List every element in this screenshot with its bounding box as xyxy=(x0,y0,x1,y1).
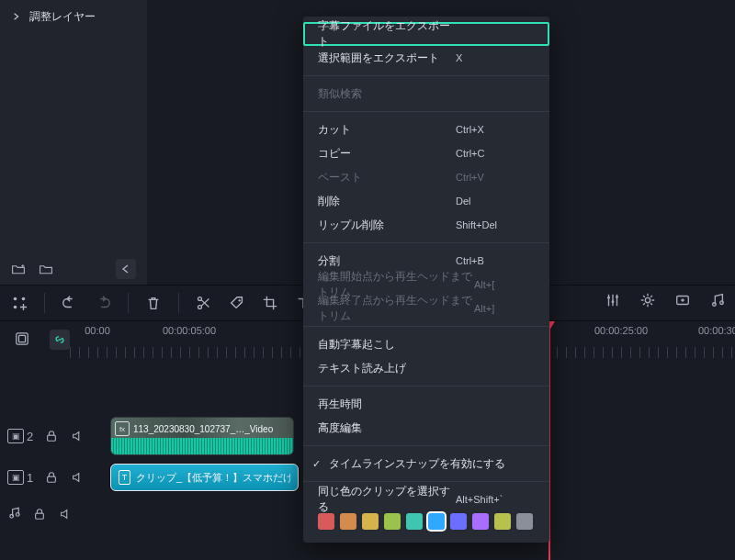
svg-rect-16 xyxy=(48,476,56,482)
mute-icon[interactable] xyxy=(70,470,85,485)
menu-item-paste: ペースト Ctrl+V xyxy=(303,165,549,189)
lock-icon[interactable] xyxy=(44,429,59,443)
svg-point-2 xyxy=(14,306,17,309)
collapse-panel-button[interactable] xyxy=(116,259,136,279)
panel-bottom-bar xyxy=(0,253,147,285)
mute-icon[interactable] xyxy=(58,507,73,521)
menu-shortcut: Shift+Del xyxy=(456,219,497,230)
menu-item-copy[interactable]: コピー Ctrl+C xyxy=(303,141,549,165)
menu-item-select-same-color[interactable]: 同じ色のクリップを選択する Alt+Shift+` xyxy=(303,487,549,511)
color-swatch[interactable] xyxy=(384,513,401,530)
split-icon[interactable] xyxy=(196,295,212,311)
lock-icon[interactable] xyxy=(32,507,47,521)
track-number: 2 xyxy=(27,430,33,443)
menu-item-advanced-edit[interactable]: 高度編集 xyxy=(303,416,549,440)
color-swatch[interactable] xyxy=(406,513,423,530)
menu-shortcut: Alt+[ xyxy=(474,279,494,290)
link-toggle[interactable] xyxy=(50,330,70,350)
undo-icon[interactable] xyxy=(62,295,78,311)
fx-badge-icon: fx xyxy=(115,421,130,436)
color-swatch[interactable] xyxy=(362,513,379,530)
menu-label: 字幕ファイルをエクスポート xyxy=(318,18,456,50)
svg-point-3 xyxy=(198,297,202,301)
menu-label: 高度編集 xyxy=(318,420,456,436)
check-icon: ✓ xyxy=(312,458,321,470)
ruler-tick: 00:00 xyxy=(85,325,110,336)
svg-rect-15 xyxy=(48,435,56,441)
menu-item-export-selection[interactable]: 選択範囲をエクスポート X xyxy=(303,46,549,70)
menu-label: ペースト xyxy=(318,170,456,185)
export-icon[interactable] xyxy=(674,292,691,311)
media-side-panel: 調整レイヤー xyxy=(0,0,147,285)
panel-item-adjustment-layer[interactable]: 調整レイヤー xyxy=(0,0,147,33)
menu-item-snap-toggle[interactable]: ✓ タイムラインスナップを有効にする xyxy=(303,452,549,476)
track-header: ▣ 1 xyxy=(0,470,92,485)
panel-item-label: 調整レイヤー xyxy=(29,9,96,25)
menu-item-delete[interactable]: 削除 Del xyxy=(303,189,549,213)
svg-rect-19 xyxy=(36,513,44,519)
color-swatch[interactable] xyxy=(450,513,467,530)
color-swatch[interactable] xyxy=(494,513,511,530)
color-swatch[interactable] xyxy=(340,513,356,530)
menu-item-tts[interactable]: テキスト読み上げ xyxy=(303,356,549,380)
color-swatch[interactable] xyxy=(318,513,334,530)
menu-shortcut: Alt+] xyxy=(474,303,494,314)
menu-shortcut: Alt+Shift+` xyxy=(456,494,503,505)
svg-rect-14 xyxy=(18,335,25,342)
video-track-icon: ▣ xyxy=(7,470,24,485)
timeline-toolbar-right xyxy=(605,292,726,311)
svg-point-17 xyxy=(10,514,14,518)
menu-item-export-subtitle[interactable]: 字幕ファイルをエクスポート xyxy=(303,22,549,46)
track-number: 1 xyxy=(27,471,33,485)
svg-point-4 xyxy=(198,306,202,309)
menu-label: 同じ色のクリップを選択する xyxy=(318,484,456,515)
lock-icon[interactable] xyxy=(44,470,59,485)
track-header xyxy=(0,506,92,522)
ruler-tick: 00:00:05:00 xyxy=(163,325,216,336)
video-clip[interactable]: fx 113_20230830_102737_…_Video xyxy=(110,417,294,455)
mixer-icon[interactable] xyxy=(605,292,621,311)
menu-shortcut: Ctrl+C xyxy=(456,148,484,159)
menu-shortcut: Del xyxy=(456,196,471,207)
svg-point-18 xyxy=(16,513,19,517)
track-badge xyxy=(7,506,21,522)
svg-point-6 xyxy=(607,297,610,299)
menu-item-cut[interactable]: カット Ctrl+X xyxy=(303,118,549,141)
clip-label: 113_20230830_102737_…_Video xyxy=(133,424,273,434)
delete-icon[interactable] xyxy=(145,295,162,311)
mute-icon[interactable] xyxy=(70,429,85,443)
menu-label: 選択範囲をエクスポート xyxy=(318,50,456,66)
color-swatch[interactable] xyxy=(428,513,445,530)
text-clip[interactable]: T クリップ_【低予算！】スマホだけで一人称 xyxy=(110,464,299,491)
color-swatch[interactable] xyxy=(516,513,533,530)
settings-icon[interactable] xyxy=(639,292,656,311)
menu-label: 編集終了点から再生ヘッドまでトリム xyxy=(318,293,474,324)
video-track-icon: ▣ xyxy=(7,429,24,443)
menu-label: 類似検索 xyxy=(318,86,456,102)
svg-point-12 xyxy=(720,301,724,305)
add-marker-icon[interactable] xyxy=(11,295,28,311)
color-swatch[interactable] xyxy=(472,513,489,530)
menu-item-ripple-delete[interactable]: リップル削除 Shift+Del xyxy=(303,213,549,237)
music-icon[interactable] xyxy=(709,292,726,311)
menu-item-duration[interactable]: 再生時間 xyxy=(303,392,549,416)
menu-label: カット xyxy=(318,122,456,138)
ruler-tick: 00:00:30:0 xyxy=(698,325,735,336)
ruler-tick: 00:00:25:00 xyxy=(594,325,648,336)
svg-point-1 xyxy=(22,297,26,301)
track-badge: ▣ 1 xyxy=(7,470,33,485)
folder-icon[interactable] xyxy=(39,262,53,276)
tag-icon[interactable] xyxy=(229,295,245,311)
menu-shortcut: Ctrl+X xyxy=(456,124,484,135)
chevron-right-icon xyxy=(13,10,20,23)
crop-icon[interactable] xyxy=(262,295,278,311)
menu-item-auto-caption[interactable]: 自動字幕起こし xyxy=(303,332,549,356)
new-folder-plus-icon[interactable] xyxy=(11,262,26,276)
svg-rect-13 xyxy=(17,332,28,343)
redo-icon[interactable] xyxy=(95,295,111,311)
stack-icon[interactable] xyxy=(15,331,29,349)
menu-item-trim-out: 編集終了点から再生ヘッドまでトリム Alt+] xyxy=(303,297,549,320)
menu-shortcut: Ctrl+V xyxy=(456,172,484,183)
clip-label: クリップ_【低予算！】スマホだけで一人称 xyxy=(136,471,290,485)
menu-label: コピー xyxy=(318,146,456,162)
